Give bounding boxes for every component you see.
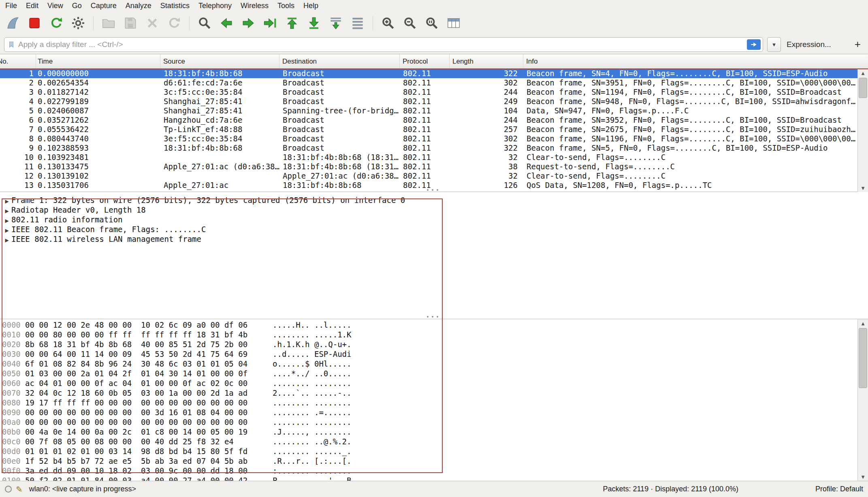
zoom-out-button[interactable] bbox=[400, 13, 420, 33]
display-filter-input[interactable] bbox=[18, 40, 744, 49]
hex-line[interactable]: 0050 01 03 00 00 2a 01 04 2f 01 04 30 14… bbox=[0, 369, 868, 378]
detail-row[interactable]: ▶IEEE 802.11 Beacon frame, Flags: ......… bbox=[2, 224, 868, 234]
hex-line[interactable]: 00a0 00 00 00 00 00 00 00 00 00 00 00 00… bbox=[0, 417, 868, 427]
packet-source: Apple_27:01:ac (d0:a6:38:27:01:ac) bbox=[160, 162, 279, 171]
colorize-packets-button[interactable] bbox=[348, 13, 368, 33]
hex-line[interactable]: 00d0 01 01 01 02 01 00 03 14 98 d8 bd b4… bbox=[0, 446, 868, 456]
display-filter-field[interactable] bbox=[4, 37, 763, 52]
pane-splitter-handle[interactable] bbox=[423, 189, 442, 191]
packet-list-scrollbar[interactable]: ▲ ▼ bbox=[857, 69, 868, 192]
column-header-protocol[interactable]: Protocol bbox=[400, 54, 450, 68]
go-forward-button[interactable] bbox=[238, 13, 258, 33]
packet-row[interactable]: 3 0.011827142 3c:f5:cc:0e:35:84 Broadcas… bbox=[0, 87, 857, 97]
detail-row[interactable]: ▶Radiotap Header v0, Length 18 bbox=[2, 205, 868, 215]
menu-item[interactable]: Capture bbox=[86, 0, 121, 11]
close-file-button[interactable] bbox=[142, 13, 162, 33]
resize-columns-button[interactable] bbox=[444, 13, 464, 33]
add-filter-button[interactable]: + bbox=[855, 38, 861, 51]
hex-line[interactable]: 0010 00 00 80 00 00 00 ff ff ff ff ff ff… bbox=[0, 330, 868, 339]
hex-line[interactable]: 0040 6f 01 08 82 84 8b 96 24 30 48 6c 03… bbox=[0, 359, 868, 369]
column-header-info[interactable]: Info bbox=[523, 54, 868, 68]
hex-line[interactable]: 0100 50 f2 02 01 01 84 00 03 a4 00 00 27… bbox=[0, 476, 868, 481]
menu-item[interactable]: Telephony bbox=[194, 0, 236, 11]
column-header-destination[interactable]: Destination bbox=[279, 54, 400, 68]
apply-filter-button[interactable] bbox=[747, 39, 761, 50]
packet-row[interactable]: 7 0.055536422 Tp-LinkT_ef:48:88 Broadcas… bbox=[0, 125, 857, 134]
menu-item[interactable]: Statistics bbox=[156, 0, 194, 11]
save-file-button[interactable] bbox=[120, 13, 141, 33]
column-header-source[interactable]: Source bbox=[160, 54, 279, 68]
packet-row[interactable]: 9 0.102388593 18:31:bf:4b:8b:68 Broadcas… bbox=[0, 143, 857, 153]
detail-row[interactable]: ▶IEEE 802.11 wireless LAN management fra… bbox=[2, 234, 868, 244]
start-capture-button[interactable] bbox=[2, 13, 23, 33]
menu-item[interactable]: Go bbox=[68, 0, 86, 11]
column-header-length[interactable]: Length bbox=[450, 54, 523, 68]
hex-dump-scrollbar[interactable]: ▲ ▼ bbox=[857, 319, 868, 481]
packet-row[interactable]: 13 0.135031706 Apple_27:01:ac 18:31:bf:4… bbox=[0, 181, 857, 190]
menu-item[interactable]: View bbox=[43, 0, 68, 11]
packet-time: 0.000000000 bbox=[36, 69, 160, 78]
hex-ascii: ........ ........ bbox=[273, 417, 351, 427]
expression-button[interactable]: Expression... bbox=[785, 40, 833, 49]
find-packet-button[interactable] bbox=[194, 13, 215, 33]
scroll-up-icon[interactable]: ▲ bbox=[858, 319, 868, 327]
reload-file-button[interactable] bbox=[164, 13, 184, 33]
column-header-no[interactable]: No. bbox=[0, 54, 36, 68]
hex-line[interactable]: 0090 00 00 00 00 00 00 00 00 00 3d 16 01… bbox=[0, 407, 868, 417]
menu-item[interactable]: File bbox=[1, 0, 21, 11]
packet-row[interactable]: 10 0.103923481 18:31:bf:4b:8b:68 (18:31:… bbox=[0, 153, 857, 162]
scrollbar-thumb[interactable] bbox=[859, 78, 867, 98]
menu-item[interactable]: Wireless bbox=[236, 0, 273, 11]
restart-capture-button[interactable] bbox=[46, 13, 66, 33]
stop-capture-button[interactable] bbox=[24, 13, 45, 33]
menu-item[interactable]: Help bbox=[299, 0, 323, 11]
capture-options-button[interactable] bbox=[68, 13, 88, 33]
packet-row[interactable]: 2 0.002654354 d6:61:fe:cd:7a:6e Broadcas… bbox=[0, 78, 857, 87]
hex-line[interactable]: 00c0 00 7f 08 05 00 08 00 00 00 40 dd 25… bbox=[0, 437, 868, 446]
hex-line[interactable]: 00e0 1f 52 b4 b5 b7 72 ae e5 5b ab 3a ed… bbox=[0, 456, 868, 466]
packet-info: Beacon frame, SN=4, FN=0, Flags=........… bbox=[523, 69, 857, 78]
detail-row[interactable]: ▶Frame 1: 322 bytes on wire (2576 bits),… bbox=[2, 195, 868, 205]
packet-row[interactable]: 8 0.080443740 3e:f5:cc:0e:35:84 Broadcas… bbox=[0, 134, 857, 143]
hex-line[interactable]: 0070 32 04 0c 12 18 60 0b 05 03 00 1a 00… bbox=[0, 388, 868, 398]
detail-row[interactable]: ▶802.11 radio information bbox=[2, 215, 868, 224]
expert-info-icon[interactable] bbox=[5, 486, 12, 493]
filter-bookmark-icon[interactable] bbox=[8, 40, 15, 49]
scroll-down-icon[interactable]: ▼ bbox=[858, 184, 868, 192]
column-header-time[interactable]: Time bbox=[36, 54, 160, 68]
hex-line[interactable]: 00b0 00 4a 0e 14 00 0a 00 2c 01 c8 00 14… bbox=[0, 427, 868, 437]
auto-scroll-button[interactable] bbox=[326, 13, 346, 33]
packet-row[interactable]: 6 0.035271262 Hangzhou_cd:7a:6e Broadcas… bbox=[0, 115, 857, 125]
go-to-packet-button[interactable] bbox=[260, 13, 280, 33]
packet-row[interactable]: 12 0.130139102 Apple_27:01:ac (d0:a6:38:… bbox=[0, 171, 857, 181]
scroll-up-icon[interactable]: ▲ bbox=[858, 69, 868, 77]
profile-text[interactable]: Profile: Default bbox=[815, 485, 863, 493]
go-back-button[interactable] bbox=[216, 13, 237, 33]
go-to-last-packet-button[interactable] bbox=[304, 13, 324, 33]
hex-line[interactable]: 00f0 3a ed dd 09 00 10 18 02 03 00 9c 00… bbox=[0, 466, 868, 476]
packet-row[interactable]: 11 0.130133475 Apple_27:01:ac (d0:a6:38:… bbox=[0, 162, 857, 171]
packet-row[interactable]: 5 0.024060087 Shanghai_27:85:41 Spanning… bbox=[0, 106, 857, 115]
zoom-original-button[interactable] bbox=[422, 13, 442, 33]
scroll-down-icon[interactable]: ▼ bbox=[858, 473, 868, 481]
open-file-button[interactable] bbox=[98, 13, 119, 33]
hex-line[interactable]: 0000 00 00 12 00 2e 48 00 00 10 02 6c 09… bbox=[0, 320, 868, 330]
capture-comment-pencil-icon[interactable]: ✎ bbox=[16, 484, 23, 494]
expand-arrow-icon[interactable]: ▶ bbox=[2, 235, 11, 245]
hex-offset: 0080 bbox=[0, 398, 25, 407]
scrollbar-thumb[interactable] bbox=[859, 328, 867, 388]
packet-row[interactable]: 4 0.022799189 Shanghai_27:85:41 Broadcas… bbox=[0, 97, 857, 106]
hex-line[interactable]: 0080 19 17 ff ff ff 00 00 00 00 00 00 00… bbox=[0, 398, 868, 407]
hex-line[interactable]: 0060 ac 04 01 00 00 0f ac 04 01 00 00 0f… bbox=[0, 378, 868, 388]
menu-item[interactable]: Analyze bbox=[121, 0, 156, 11]
hex-line[interactable]: 0020 8b 68 18 31 bf 4b 8b 68 40 00 85 51… bbox=[0, 339, 868, 349]
menu-item[interactable]: Edit bbox=[21, 0, 43, 11]
hex-line[interactable]: 0030 00 00 64 00 11 14 00 09 45 53 50 2d… bbox=[0, 349, 868, 359]
menu-item[interactable]: Tools bbox=[273, 0, 299, 11]
go-to-first-packet-button[interactable] bbox=[282, 13, 302, 33]
filter-history-dropdown[interactable]: ▾ bbox=[767, 37, 781, 52]
packet-protocol: 802.11 bbox=[400, 78, 450, 87]
packet-row[interactable]: 1 0.000000000 18:31:bf:4b:8b:68 Broadcas… bbox=[0, 69, 857, 78]
zoom-in-button[interactable] bbox=[378, 13, 398, 33]
pane-splitter-handle[interactable] bbox=[423, 316, 442, 318]
